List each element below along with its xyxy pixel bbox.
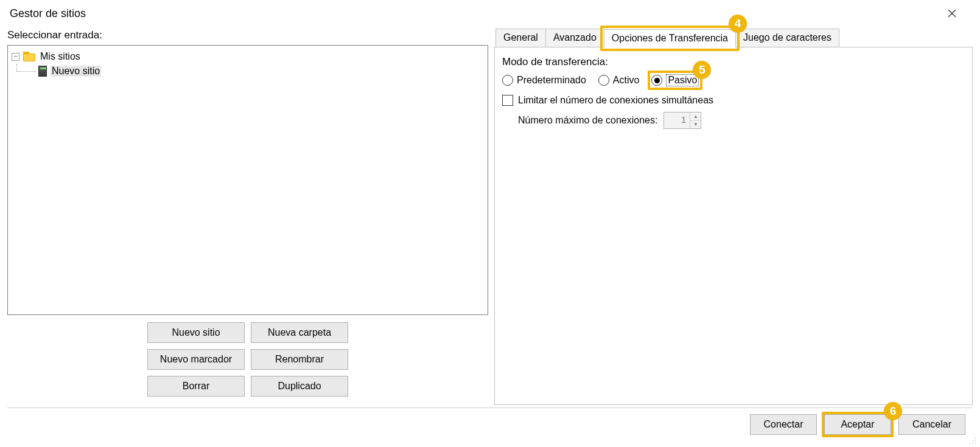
max-connections-row: Número máximo de conexiones: 1 ▲ ▼ [502, 112, 965, 129]
radio-default[interactable]: Predeterminado [502, 75, 586, 86]
tree-child-label: Nuevo sitio [51, 66, 101, 77]
callout-badge-4: 4 [729, 15, 747, 33]
rename-button[interactable]: Renombrar [251, 349, 348, 370]
radio-active[interactable]: Activo [598, 75, 640, 86]
close-button[interactable] [940, 4, 964, 23]
radio-icon [598, 75, 609, 86]
max-connections-value: 1 [664, 113, 690, 128]
separator [7, 407, 973, 408]
transfer-mode-radios: Predeterminado Activo Pasivo [502, 74, 965, 86]
radio-icon [502, 75, 513, 86]
left-panel: Seleccionar entrada: − Mis sitios Nuevo … [7, 27, 488, 405]
radio-icon [651, 75, 662, 86]
dialog-buttons: Conectar Aceptar Cancelar [750, 414, 965, 435]
svg-point-5 [972, 440, 973, 442]
radio-active-label: Activo [613, 75, 640, 86]
radio-passive-label: Pasivo [666, 74, 699, 86]
spinner-arrows[interactable]: ▲ ▼ [690, 113, 701, 128]
radio-passive[interactable]: Pasivo [651, 74, 699, 86]
tree-root-label: Mis sitios [39, 51, 82, 62]
right-panel: General Avanzado Opciones de Transferenc… [488, 27, 973, 405]
chevron-down-icon[interactable]: ▼ [690, 121, 701, 129]
svg-point-7 [970, 443, 971, 444]
callout-badge-6: 6 [884, 402, 902, 420]
duplicate-button[interactable]: Duplicado [251, 376, 348, 397]
max-connections-label: Número máximo de conexiones: [518, 115, 657, 126]
radio-default-label: Predeterminado [517, 75, 586, 86]
window-title: Gestor de sitios [10, 7, 86, 20]
cancel-button[interactable]: Cancelar [898, 414, 965, 435]
tab-content: Modo de transferencia: Predeterminado Ac… [494, 47, 973, 405]
tab-transfer[interactable]: Opciones de Transferencia [604, 29, 736, 47]
limit-connections-label: Limitar el número de conexiones simultán… [518, 95, 713, 106]
svg-point-4 [975, 443, 976, 444]
max-connections-input[interactable]: 1 ▲ ▼ [663, 112, 701, 129]
tab-general[interactable]: General [495, 29, 546, 47]
accept-button[interactable]: Aceptar [824, 414, 891, 435]
tree-collapse-icon[interactable]: − [12, 53, 19, 61]
delete-button[interactable]: Borrar [147, 376, 245, 397]
new-folder-button[interactable]: Nueva carpeta [251, 322, 348, 343]
new-bookmark-button[interactable]: Nuevo marcador [147, 349, 245, 370]
left-button-grid: Nuevo sitio Nueva carpeta Nuevo marcador… [7, 322, 488, 397]
svg-point-6 [972, 443, 973, 444]
tree-child[interactable]: Nuevo sitio [12, 64, 484, 78]
checkbox-icon[interactable] [502, 95, 513, 106]
svg-point-2 [975, 438, 976, 439]
new-site-button[interactable]: Nuevo sitio [147, 322, 245, 343]
transfer-mode-label: Modo de transferencia: [502, 56, 965, 68]
select-entry-label: Seleccionar entrada: [7, 27, 488, 45]
close-icon [948, 9, 956, 18]
tab-advanced[interactable]: Avanzado [545, 29, 604, 47]
tree-root[interactable]: − Mis sitios [12, 49, 484, 64]
resize-grip-icon[interactable] [968, 436, 976, 445]
tab-charset[interactable]: Juego de caracteres [735, 29, 839, 47]
connect-button[interactable]: Conectar [750, 414, 817, 435]
folder-icon [23, 52, 35, 61]
tree-connector-icon [12, 64, 38, 78]
svg-point-3 [975, 440, 976, 442]
site-tree[interactable]: − Mis sitios Nuevo sitio [7, 45, 488, 315]
title-bar: Gestor de sitios [0, 0, 980, 27]
chevron-up-icon[interactable]: ▲ [690, 113, 701, 121]
server-icon [38, 66, 47, 77]
limit-connections-row[interactable]: Limitar el número de conexiones simultán… [502, 95, 965, 106]
